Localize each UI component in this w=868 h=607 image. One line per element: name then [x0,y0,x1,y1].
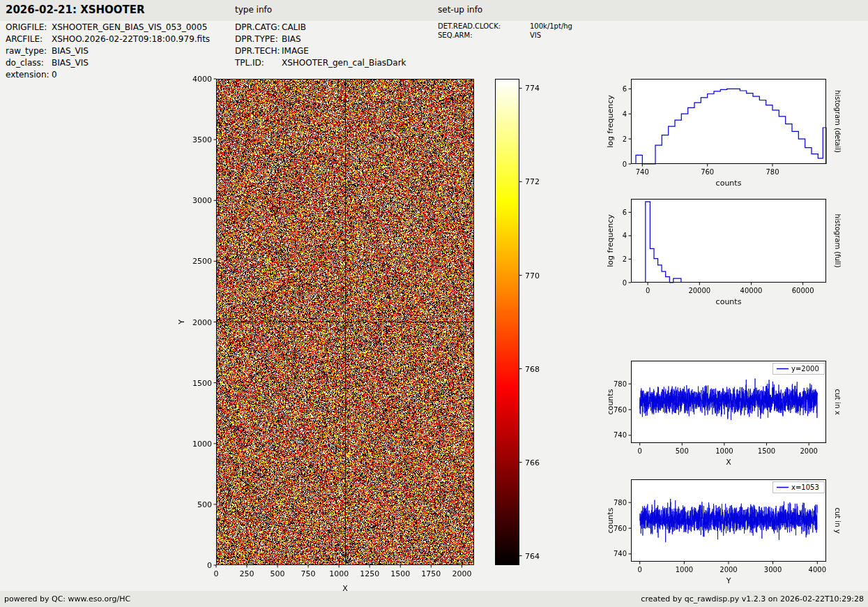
tick-label: 500 [271,569,285,578]
info-row: extension:0 [6,69,210,81]
info-label: raw_type: [6,45,52,57]
setup-info-block: DET.READ.CLOCK:100k/1pt/hgSEQ.ARM:VIS [438,22,572,40]
tick-label: 3500 [192,135,212,144]
tick-label: 1000 [192,440,212,449]
info-value: XSHOOTER_GEN_BIAS_VIS_053_0005 [52,22,207,33]
tick-label: 2000 [719,566,737,574]
info-label: ARCFILE: [6,33,52,45]
type-info-block: DPR.CATG:CALIBDPR.TYPE:BIASDPR.TECH:IMAG… [235,22,406,69]
info-value: BIAS_VIS [52,57,89,69]
hist-detail-plot: 7407607800246countslog frequencyhistogra… [606,79,842,188]
colorbar-tick-label: 774 [525,84,540,93]
info-value: IMAGE [282,45,309,57]
info-value: XSHOOTER_gen_cal_BiasDark [282,57,406,69]
info-label: TPL.ID: [235,57,282,69]
tick-label: 1750 [421,569,441,578]
legend: x=1053 [773,482,825,493]
cut-x-plot: 0500100015002000740760780Xcountscut in x… [606,361,842,467]
tick-label: 4 [623,110,627,118]
right-side-label: histogram (full) [834,213,842,267]
cut-noise-line [640,379,818,421]
plot-background [631,361,826,443]
tick-label: 1500 [390,569,410,578]
plot-frame [632,80,826,164]
info-value: BIAS_VIS [52,45,89,57]
tick-label: 3000 [192,196,212,205]
info-value: 0 [52,69,57,81]
y-axis-label: Y [177,320,186,325]
header-bar: 2026-02-21: XSHOOTER type info set-up in… [0,0,868,21]
tick-label: 500 [197,500,212,509]
plot-background [631,479,826,562]
histogram-step-line [646,202,681,283]
tick-label: 1000 [715,447,733,455]
tick-label: 740 [614,431,627,439]
plot-frame [632,361,826,443]
tick-label: 2000 [800,447,817,455]
tick-label: 1000 [676,566,693,574]
info-value: XSHOO.2026-02-22T09:18:00.979.fits [52,33,210,45]
info-row: ORIGFILE:XSHOOTER_GEN_BIAS_VIS_053_0005 [6,22,210,33]
info-row: raw_type:BIAS_VIS [6,45,210,57]
info-row: TPL.ID:XSHOOTER_gen_cal_BiasDark [235,57,406,69]
tick-label: 740 [636,168,649,176]
tick-label: 6 [623,85,627,93]
info-value: VIS [530,31,541,40]
x-axis-label: Y [726,576,731,585]
info-label: DET.READ.CLOCK: [438,22,530,31]
tick-label: 0 [214,569,219,578]
info-label: do_class: [6,57,52,69]
tick-label: 2 [623,255,627,263]
tick-label: 750 [301,569,316,578]
x-axis-label: X [726,458,731,467]
info-row: DPR.TECH:IMAGE [235,45,406,57]
colorbar-tick-label: 766 [525,458,540,467]
tick-label: 0 [623,160,627,168]
info-value: BIAS [282,33,301,45]
bias-image-canvas [216,79,474,565]
y-axis-label: counts [606,507,615,533]
tick-label: 40000 [740,287,763,294]
tick-label: 2000 [192,318,212,327]
cut-noise-line [640,499,818,542]
colorbar-canvas [495,79,519,565]
tick-label: 2000 [452,569,471,578]
tick-label: 1000 [329,569,349,578]
tick-label: 0 [638,447,642,455]
setup-info-heading: set-up info [438,0,482,20]
tick-label: 780 [614,380,627,388]
legend-box [773,482,825,493]
tick-label: 4000 [809,566,826,574]
info-row: DET.READ.CLOCK:100k/1pt/hg [438,22,572,31]
tick-label: 0 [207,561,212,570]
info-value: CALIB [282,22,306,33]
info-label: extension: [6,69,52,81]
colorbar-tick-label: 768 [525,365,540,374]
tick-label: 1250 [360,569,379,578]
tick-label: 20000 [688,287,710,294]
right-side-label: cut in x [834,389,842,414]
tick-label: 4 [623,232,627,239]
footer-left-text: powered by QC: www.eso.org/HC [4,591,130,607]
file-info-block: ORIGFILE:XSHOOTER_GEN_BIAS_VIS_053_0005A… [6,22,210,81]
type-info-heading: type info [235,0,272,20]
y-axis-label: log frequency [606,95,615,148]
tick-label: 500 [676,447,689,455]
tick-label: 780 [766,168,779,176]
y-axis-label: counts [606,389,615,414]
info-row: DPR.CATG:CALIB [235,22,406,33]
plot-frame [632,480,826,562]
tick-label: 3000 [764,566,782,574]
hist-full-plot: 02000040000600000246countslog frequencyh… [606,199,842,306]
right-side-label: histogram (detail) [834,90,842,153]
legend-box [773,364,825,375]
footer-bar: powered by QC: www.eso.org/HC created by… [0,591,868,607]
tick-label: 2 [623,135,627,143]
tick-label: 0 [646,287,650,294]
tick-label: 1500 [192,379,212,388]
legend-label: y=2000 [791,365,819,373]
plot-background [631,199,826,283]
x-axis-label: counts [716,179,742,188]
qc-report-page: 2026-02-21: XSHOOTER type info set-up in… [0,0,868,607]
colorbar-tick-label: 770 [525,271,540,280]
